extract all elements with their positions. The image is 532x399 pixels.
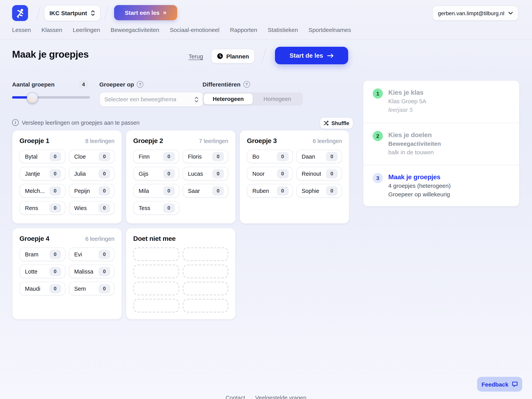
student-name: Bo: [252, 153, 259, 160]
group-card: Groepje 3 6 leerlingen Bo 0 Daan 0: [240, 130, 349, 224]
toggle-homogeneous[interactable]: Homogeen: [253, 94, 302, 104]
step-detail: Klas Groep 5A: [388, 97, 426, 105]
school-selector[interactable]: IKC Startpunt: [44, 5, 100, 21]
student-chip[interactable]: Daan 0: [296, 150, 342, 163]
student-chip[interactable]: Bo 0: [247, 150, 293, 163]
student-chip[interactable]: Lotte 0: [19, 264, 65, 278]
student-score-badge: 0: [49, 267, 61, 276]
nav-item[interactable]: Leerlingen: [73, 26, 100, 33]
student-name: Bram: [25, 251, 38, 257]
empty-drop-slot[interactable]: [183, 264, 228, 278]
wizard-step[interactable]: 1 Kies je klas Klas Groep 5Aleerjaar 5: [363, 81, 519, 123]
toggle-heterogeneous[interactable]: Heterogeen: [204, 94, 253, 104]
student-chip[interactable]: Cloe 0: [69, 150, 114, 163]
feedback-label: Feedback: [481, 381, 508, 387]
footer-link[interactable]: Contact: [226, 395, 245, 399]
nav-item[interactable]: Sociaal-emotioneel: [170, 26, 219, 33]
student-chip[interactable]: Wies 0: [69, 201, 114, 215]
wizard-steps-panel: 1 Kies je klas Klas Groep 5Aleerjaar 5 2…: [363, 80, 519, 206]
speech-bubble-icon: [512, 381, 518, 387]
student-chip[interactable]: Tess 0: [133, 201, 179, 215]
student-score-badge: 0: [212, 169, 224, 178]
wizard-step[interactable]: 2 Kies je doelen Beweegactiviteitenbalk …: [363, 123, 519, 165]
empty-drop-slot[interactable]: [183, 299, 228, 313]
student-name: Cloe: [74, 153, 86, 160]
nav-item[interactable]: Klassen: [41, 26, 62, 33]
student-chip[interactable]: Lucas 0: [183, 167, 228, 180]
student-chip[interactable]: Ruben 0: [247, 184, 293, 198]
nav-item[interactable]: Beweegactiviteiten: [111, 26, 159, 33]
divider: [104, 6, 108, 20]
student-chip[interactable]: Rens 0: [19, 201, 65, 215]
group-card: Groepje 2 7 leerlingen Finn 0 Floris 0: [126, 130, 236, 224]
student-chip[interactable]: Noor 0: [247, 167, 293, 180]
student-chip[interactable]: Sem 0: [69, 282, 114, 295]
empty-drop-slot[interactable]: [133, 282, 179, 295]
app-logo[interactable]: [12, 5, 28, 21]
start-lesson-label: Start een les: [125, 9, 159, 16]
help-icon[interactable]: ?: [137, 81, 143, 88]
student-name: Gijs: [139, 170, 148, 177]
student-chip[interactable]: Melch... 0: [19, 184, 65, 198]
empty-drop-slot[interactable]: [133, 247, 179, 261]
student-score-badge: 0: [326, 152, 338, 161]
student-name: Jantje: [25, 170, 40, 177]
student-chip[interactable]: Saar 0: [183, 184, 228, 198]
nav-item[interactable]: Statistieken: [268, 26, 298, 33]
wizard-step[interactable]: 3 Maak je groepjes 4 groepjes (heterogee…: [363, 165, 519, 206]
student-score-badge: 0: [163, 203, 175, 212]
student-name: Ruben: [252, 188, 269, 194]
student-chip[interactable]: Pepijn 0: [69, 184, 114, 198]
student-chip[interactable]: Malissa 0: [69, 264, 114, 278]
step-number: 1: [373, 89, 383, 99]
student-chip[interactable]: Sophie 0: [296, 184, 342, 198]
student-name: Malissa: [74, 268, 93, 275]
student-score-badge: 0: [277, 169, 288, 178]
student-name: Finn: [139, 153, 150, 160]
footer-link[interactable]: Veelgestelde vragen: [255, 395, 306, 399]
start-de-les-button[interactable]: Start de les: [275, 47, 348, 64]
nav-item[interactable]: Rapporten: [230, 26, 257, 33]
student-chip[interactable]: Bram 0: [19, 247, 65, 261]
student-chip[interactable]: Maudi 0: [19, 282, 65, 295]
back-link[interactable]: Terug: [189, 53, 203, 60]
student-chip[interactable]: Mila 0: [133, 184, 179, 198]
student-name: Sophie: [302, 188, 319, 194]
group-title: Groepje 4: [19, 235, 49, 243]
empty-drop-slot[interactable]: [183, 282, 228, 295]
group-title: Groepje 2: [133, 137, 163, 145]
student-chip[interactable]: Floris 0: [183, 150, 228, 163]
student-score-badge: 0: [163, 152, 175, 161]
main-nav: LessenKlassenLeerlingenBeweegactiviteite…: [12, 26, 351, 33]
nav-item[interactable]: Lessen: [12, 26, 31, 33]
account-menu[interactable]: gerben.van.limpt@tilburg.nl: [432, 6, 518, 21]
student-score-badge: 0: [49, 186, 61, 195]
student-name: Saar: [188, 188, 200, 194]
start-lesson-button[interactable]: Start een les »: [114, 5, 177, 20]
shuffle-button[interactable]: Shuffle: [320, 117, 353, 129]
student-name: Floris: [188, 153, 202, 160]
shuffle-label: Shuffle: [331, 120, 349, 126]
student-chip[interactable]: Bytal 0: [19, 150, 65, 163]
help-icon[interactable]: ?: [243, 81, 250, 88]
empty-drop-slot[interactable]: [133, 299, 179, 313]
student-score-badge: 0: [49, 169, 61, 178]
student-chip[interactable]: Julia 0: [69, 167, 114, 180]
movement-theme-select[interactable]: Selecteer een beweegthema: [99, 92, 204, 107]
step-number: 3: [373, 173, 383, 183]
student-chip[interactable]: Reinout 0: [296, 167, 342, 180]
plan-button[interactable]: Plannen: [211, 49, 255, 64]
nav-item[interactable]: Sportdeelnames: [309, 26, 351, 33]
student-chip[interactable]: Finn 0: [133, 150, 179, 163]
feedback-button[interactable]: Feedback: [477, 377, 522, 392]
student-chip[interactable]: Jantje 0: [19, 167, 65, 180]
group-card: Groepje 1 8 leerlingen Bytal 0 Cloe 0: [12, 130, 122, 224]
empty-drop-slot[interactable]: [183, 247, 228, 261]
student-chip[interactable]: Evi 0: [69, 247, 114, 261]
empty-drop-slot[interactable]: [133, 264, 179, 278]
student-chip[interactable]: Gijs 0: [133, 167, 179, 180]
student-score-badge: 0: [99, 250, 110, 259]
app: IKC Startpunt Start een les » gerben.van…: [0, 0, 532, 399]
groups-slider-thumb[interactable]: [27, 92, 38, 103]
student-score-badge: 0: [326, 186, 338, 195]
